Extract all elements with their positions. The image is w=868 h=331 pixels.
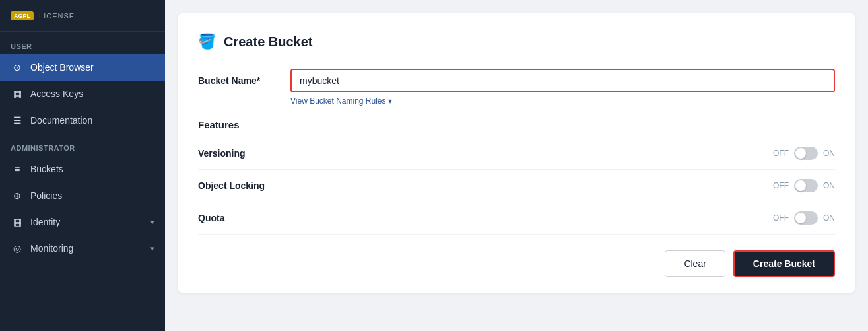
versioning-label: Versioning <box>198 148 773 159</box>
object-locking-toggle[interactable] <box>794 179 818 192</box>
sidebar-logo: AGPL LICENSE <box>0 0 165 32</box>
sidebar-item-policies[interactable]: ⊕ Policies <box>0 182 165 209</box>
create-bucket-button[interactable]: Create Bucket <box>733 250 835 277</box>
sidebar-item-label: Monitoring <box>30 243 73 254</box>
action-row: Clear Create Bucket <box>198 250 835 277</box>
features-section: Features Versioning OFF ON Object Lockin… <box>198 119 835 235</box>
object-browser-icon: ⊙ <box>11 61 24 74</box>
documentation-icon: ☰ <box>11 114 24 127</box>
bucket-name-row: Bucket Name* View Bucket Naming Rules ▾ <box>198 69 835 106</box>
chevron-down-icon: ▾ <box>150 218 154 227</box>
versioning-toggle-group: OFF ON <box>773 147 835 160</box>
sidebar-item-label: Buckets <box>30 164 63 174</box>
quota-toggle-group: OFF ON <box>773 211 835 225</box>
sidebar-item-documentation[interactable]: ☰ Documentation <box>0 107 165 133</box>
bucket-icon: 🪣 <box>198 33 216 50</box>
clear-button[interactable]: Clear <box>665 250 725 277</box>
sidebar-item-access-keys[interactable]: ▦ Access Keys <box>0 81 165 107</box>
features-title: Features <box>198 119 835 137</box>
quota-off-label: OFF <box>773 213 789 223</box>
sidebar-item-label: Object Browser <box>30 62 94 73</box>
page-title: Create Bucket <box>224 34 313 50</box>
access-keys-icon: ▦ <box>11 87 24 100</box>
sidebar-item-label: Identity <box>30 217 60 227</box>
object-locking-row: Object Locking OFF ON <box>198 170 835 202</box>
object-locking-label: Object Locking <box>198 180 773 191</box>
sidebar-item-label: Access Keys <box>30 89 83 99</box>
sidebar-item-label: Policies <box>30 190 62 201</box>
sidebar-item-object-browser[interactable]: ⊙ Object Browser <box>0 54 165 81</box>
object-locking-off-label: OFF <box>773 181 789 190</box>
object-locking-toggle-group: OFF ON <box>773 179 835 192</box>
bucket-name-input[interactable] <box>290 69 835 92</box>
logo-license: LICENSE <box>39 12 75 20</box>
quota-label: Quota <box>198 213 773 223</box>
card-title: 🪣 Create Bucket <box>198 33 835 50</box>
object-locking-on-label: ON <box>823 181 835 190</box>
sidebar-item-buckets[interactable]: ≡ Buckets <box>0 156 165 182</box>
quota-row: Quota OFF ON <box>198 202 835 235</box>
monitoring-icon: ◎ <box>11 242 24 255</box>
versioning-row: Versioning OFF ON <box>198 137 835 170</box>
sidebar: AGPL LICENSE User ⊙ Object Browser ▦ Acc… <box>0 0 165 331</box>
sidebar-item-identity[interactable]: ▦ Identity ▾ <box>0 209 165 235</box>
main-content: 🪣 Create Bucket Bucket Name* View Bucket… <box>165 0 868 331</box>
naming-rules-link[interactable]: View Bucket Naming Rules ▾ <box>290 96 835 106</box>
logo-badge: AGPL <box>11 11 34 20</box>
bucket-name-label: Bucket Name* <box>198 69 277 86</box>
versioning-toggle[interactable] <box>794 147 818 160</box>
chevron-down-icon: ▾ <box>388 96 392 106</box>
versioning-off-label: OFF <box>773 149 789 158</box>
quota-on-label: ON <box>823 213 835 223</box>
sidebar-section-administrator: Administrator <box>0 133 165 156</box>
sidebar-item-label: Documentation <box>30 115 92 126</box>
versioning-on-label: ON <box>823 149 835 158</box>
sidebar-item-monitoring[interactable]: ◎ Monitoring ▾ <box>0 235 165 262</box>
bucket-name-input-wrapper: View Bucket Naming Rules ▾ <box>290 69 835 106</box>
sidebar-section-user: User <box>0 32 165 54</box>
policies-icon: ⊕ <box>11 189 24 202</box>
identity-icon: ▦ <box>11 215 24 229</box>
quota-toggle[interactable] <box>794 211 818 225</box>
chevron-down-icon: ▾ <box>150 244 154 253</box>
create-bucket-card: 🪣 Create Bucket Bucket Name* View Bucket… <box>178 13 855 293</box>
buckets-icon: ≡ <box>11 163 24 176</box>
